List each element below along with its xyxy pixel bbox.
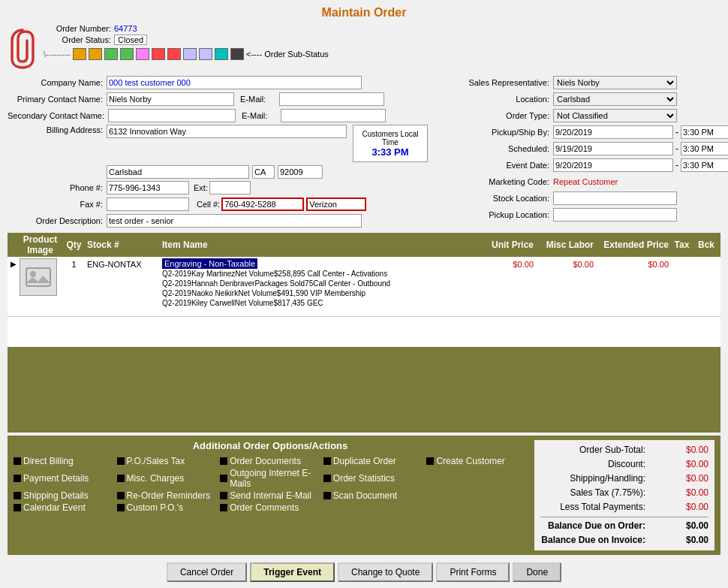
scheduled-time-input[interactable] — [681, 142, 728, 155]
item-detail-3: Q2-2019Naoko NeikirkNet Volume$491,590 V… — [162, 288, 474, 298]
pickup-location-input[interactable] — [553, 208, 677, 222]
order-type-select[interactable]: Not Classified — [553, 109, 677, 122]
substatus-box-1[interactable] — [73, 48, 86, 60]
option-custom-po[interactable]: Custom P.O.'s — [117, 502, 218, 513]
option-create-customer[interactable]: Create Customer — [426, 456, 527, 466]
fax-input[interactable] — [107, 198, 189, 211]
option-shipping-details[interactable]: Shipping Details — [14, 490, 114, 501]
order-status-label: Order Status: — [44, 35, 111, 44]
substatus-box-3[interactable] — [104, 48, 118, 60]
item-name-highlight: Engraving - Non-Taxable — [162, 258, 257, 269]
billing-address-label: Billing Address: — [8, 125, 105, 134]
phone-input[interactable] — [107, 181, 189, 194]
option-order-comments[interactable]: Order Comments — [220, 502, 320, 513]
col-header-price: Unit Price — [474, 240, 534, 250]
stock-location-label: Stock Location: — [443, 194, 552, 203]
marketing-value: Repeat Customer — [553, 177, 618, 186]
row-qty: 1 — [61, 258, 87, 269]
option-send-email[interactable]: Send Internal E-Mail — [220, 490, 320, 501]
pickup-date-input[interactable] — [553, 125, 673, 139]
option-order-statistics[interactable]: Order Statistics — [323, 468, 424, 489]
billing-state-input[interactable] — [252, 165, 275, 179]
print-forms-button[interactable]: Print Forms — [436, 562, 510, 582]
substatus-box-4[interactable] — [120, 48, 134, 60]
cancel-order-button[interactable]: Cancel Order — [167, 562, 247, 582]
option-reorder-reminders[interactable]: Re-Order Reminders — [117, 490, 218, 501]
primary-contact-label: Primary Contact Name: — [8, 95, 105, 104]
done-button[interactable]: Done — [513, 562, 561, 582]
location-label: Location: — [443, 95, 552, 104]
payments-value: $0.00 — [671, 500, 708, 514]
option-calendar-event[interactable]: Calendar Event — [14, 502, 114, 513]
event-time-input[interactable] — [681, 158, 728, 172]
local-time-label: Customers Local Time — [353, 130, 427, 146]
billing-address1-input[interactable] — [107, 125, 347, 138]
checkbox-outgoing-email — [220, 475, 227, 482]
svg-rect-0 — [26, 268, 50, 286]
option-empty-1 — [426, 468, 527, 489]
substatus-box-6[interactable] — [152, 48, 165, 60]
option-duplicate-order[interactable]: Duplicate Order — [323, 456, 424, 466]
scheduled-dash: - — [675, 143, 678, 154]
option-empty-4 — [426, 502, 527, 513]
checkbox-shipping-details — [14, 492, 21, 499]
billing-zip-input[interactable] — [278, 165, 323, 179]
secondary-contact-input[interactable] — [108, 109, 236, 122]
order-desc-input[interactable] — [107, 214, 362, 228]
checkbox-direct-billing — [14, 457, 21, 465]
col-header-stock: Stock # — [87, 240, 162, 250]
option-order-documents[interactable]: Order Documents — [220, 456, 320, 466]
substatus-box-9[interactable] — [199, 48, 212, 60]
option-misc-charges[interactable]: Misc. Charges — [117, 468, 218, 489]
option-label-order-comments: Order Comments — [230, 502, 299, 513]
location-select[interactable]: Carlsbad — [553, 92, 677, 106]
option-payment-details[interactable]: Payment Details — [14, 468, 114, 489]
company-name-label: Company Name: — [8, 78, 105, 87]
substatus-box-5[interactable] — [136, 48, 149, 60]
substatus-label: <---- Order Sub-Status — [246, 50, 329, 59]
company-name-input[interactable] — [107, 76, 362, 89]
pickup-label: Pickup/Ship By: — [443, 128, 552, 137]
checkbox-scan-document — [323, 492, 331, 499]
cell-input[interactable] — [221, 198, 304, 211]
pickup-time-input[interactable] — [681, 125, 728, 139]
product-thumbnail — [20, 258, 57, 296]
substatus-box-10[interactable] — [215, 48, 228, 60]
stock-location-input[interactable] — [553, 191, 677, 205]
option-label-direct-billing: Direct Billing — [23, 456, 74, 466]
email-input-1[interactable] — [279, 92, 384, 106]
option-outgoing-email[interactable]: Outgoing Internet E-Mails — [220, 468, 320, 489]
change-to-quote-button[interactable]: Change to Quote — [338, 562, 433, 582]
primary-contact-input[interactable] — [107, 92, 234, 106]
substatus-box-7[interactable] — [167, 48, 181, 60]
discount-value: $0.00 — [671, 457, 708, 472]
checkbox-order-comments — [220, 504, 227, 511]
col-header-tax: Tax — [669, 240, 695, 250]
checkbox-reorder-reminders — [117, 492, 125, 499]
substatus-box-8[interactable] — [183, 48, 197, 60]
scheduled-date-input[interactable] — [553, 142, 673, 155]
option-direct-billing[interactable]: Direct Billing — [14, 456, 114, 466]
billing-city-input[interactable] — [107, 165, 249, 179]
event-date-input[interactable] — [553, 158, 673, 172]
col-header-bck: Bck — [695, 240, 717, 250]
row-arrow: ▶ — [11, 258, 20, 268]
table-row[interactable]: ▶ 1 ENG-NONTAX Engraving - Non-Taxable Q… — [8, 257, 720, 317]
row-misc-labor: $0.00 — [534, 258, 594, 269]
option-label-create-customer: Create Customer — [436, 456, 504, 466]
carrier-input[interactable] — [306, 198, 366, 211]
discount-label: Discount: — [540, 457, 645, 472]
substatus-box-2[interactable] — [89, 48, 102, 60]
option-empty-3 — [323, 502, 424, 513]
ext-label: Ext: — [194, 183, 208, 192]
option-label-custom-po: Custom P.O.'s — [127, 502, 183, 513]
email-input-2[interactable] — [281, 109, 386, 122]
col-header-misc: Misc Labor — [534, 240, 594, 250]
email-label-2: E-Mail: — [242, 111, 279, 120]
option-po-sales-tax[interactable]: P.O./Sales Tax — [117, 456, 218, 466]
trigger-event-button[interactable]: Trigger Event — [250, 562, 335, 582]
substatus-box-11[interactable] — [230, 48, 244, 60]
sales-rep-select[interactable]: Niels Norby — [553, 76, 677, 89]
option-scan-document[interactable]: Scan Document — [323, 490, 424, 501]
ext-input[interactable] — [209, 181, 251, 194]
